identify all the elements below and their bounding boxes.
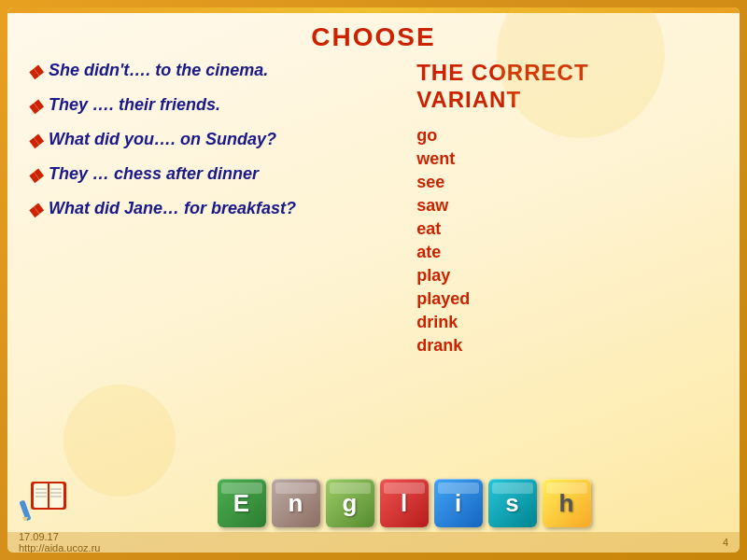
footer-info: 17.09.17 http://aida.ucoz.ru bbox=[19, 531, 100, 553]
book-icon-container bbox=[17, 465, 78, 525]
list-item: ❖ They …. their friends. bbox=[26, 94, 398, 119]
bg-decor-2 bbox=[63, 385, 176, 497]
list-item: ❖ What did you…. on Sunday? bbox=[26, 129, 398, 154]
status-bar: 17.09.17 http://aida.ucoz.ru 4 bbox=[7, 532, 740, 553]
bullet-1: ❖ bbox=[26, 61, 43, 85]
bullet-4: ❖ bbox=[26, 164, 43, 189]
word-see: see bbox=[416, 172, 721, 193]
block-g: g bbox=[326, 479, 374, 527]
page-number: 4 bbox=[723, 537, 728, 548]
word-went: went bbox=[416, 148, 721, 170]
sentence-2: They …. their friends. bbox=[49, 94, 220, 116]
block-l: l bbox=[380, 479, 429, 527]
word-eat: eat bbox=[416, 218, 721, 240]
sentence-5: What did Jane… for breakfast? bbox=[49, 198, 296, 219]
list-item: ❖ What did Jane… for breakfast? bbox=[26, 198, 398, 223]
block-h: h bbox=[543, 479, 591, 527]
sentence-1: She didn't…. to the cinema. bbox=[49, 60, 268, 81]
book-icon bbox=[17, 465, 78, 521]
page-title: CHOOSE bbox=[311, 22, 435, 51]
sentence-3: What did you…. on Sunday? bbox=[49, 129, 276, 150]
inner-card: CHOOSE ❖ She didn't…. to the cinema. ❖ T… bbox=[7, 7, 740, 553]
outer-border: CHOOSE ❖ She didn't…. to the cinema. ❖ T… bbox=[0, 0, 747, 560]
bullet-3: ❖ bbox=[26, 130, 43, 154]
block-E: E bbox=[218, 479, 266, 527]
bullet-5: ❖ bbox=[26, 199, 43, 223]
footer-date: 17.09.17 bbox=[19, 531, 59, 542]
block-n: n bbox=[272, 479, 320, 527]
list-item: ❖ They … chess after dinner bbox=[26, 163, 398, 189]
sentence-4: They … chess after dinner bbox=[49, 163, 259, 185]
sentence-list: ❖ She didn't…. to the cinema. ❖ They …. … bbox=[26, 60, 398, 223]
word-ate: ate bbox=[416, 242, 721, 263]
blocks-row: E n g l i s h bbox=[78, 479, 730, 532]
word-played: played bbox=[416, 288, 721, 310]
block-s: s bbox=[488, 479, 537, 527]
word-saw: saw bbox=[416, 195, 721, 217]
word-drink: drink bbox=[416, 312, 721, 333]
bullet-2: ❖ bbox=[26, 95, 43, 119]
block-i: i bbox=[434, 479, 483, 527]
list-item: ❖ She didn't…. to the cinema. bbox=[26, 60, 398, 85]
word-drank: drank bbox=[416, 335, 721, 357]
footer-url: http://aida.ucoz.ru bbox=[19, 542, 100, 553]
word-play: play bbox=[416, 265, 721, 287]
word-list: go went see saw eat ate play played drin… bbox=[416, 125, 721, 357]
